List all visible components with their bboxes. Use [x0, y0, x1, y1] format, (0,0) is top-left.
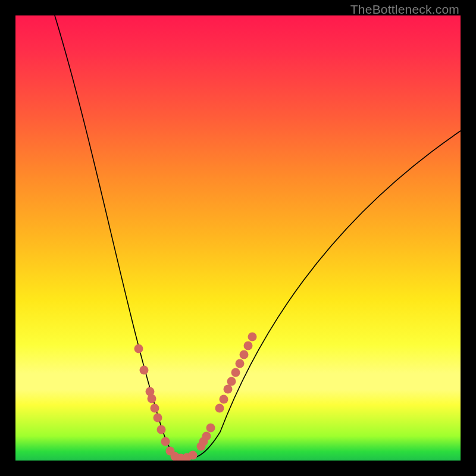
- marker-point: [248, 333, 257, 342]
- marker-point: [227, 377, 236, 386]
- marker-point: [224, 385, 233, 394]
- marker-point: [161, 437, 170, 446]
- bottleneck-curve: [55, 15, 461, 459]
- marker-point: [215, 404, 224, 413]
- marker-point: [202, 432, 211, 441]
- marker-point: [236, 359, 245, 368]
- marker-point: [148, 394, 156, 403]
- marker-point: [231, 368, 240, 377]
- marker-point: [220, 395, 228, 404]
- marker-point: [206, 424, 215, 433]
- marker-point: [140, 366, 149, 375]
- watermark-text: TheBottleneck.com: [350, 2, 459, 17]
- marker-point: [157, 425, 166, 434]
- plot-area: [15, 15, 461, 461]
- marker-point: [134, 345, 143, 353]
- marker-point: [240, 350, 249, 359]
- marker-point: [244, 342, 253, 350]
- marker-point: [189, 451, 198, 460]
- chart-frame: TheBottleneck.com: [0, 0, 476, 476]
- bottleneck-markers: [134, 333, 257, 461]
- marker-point: [154, 414, 162, 422]
- marker-point: [151, 404, 159, 413]
- chart-svg: [15, 15, 461, 461]
